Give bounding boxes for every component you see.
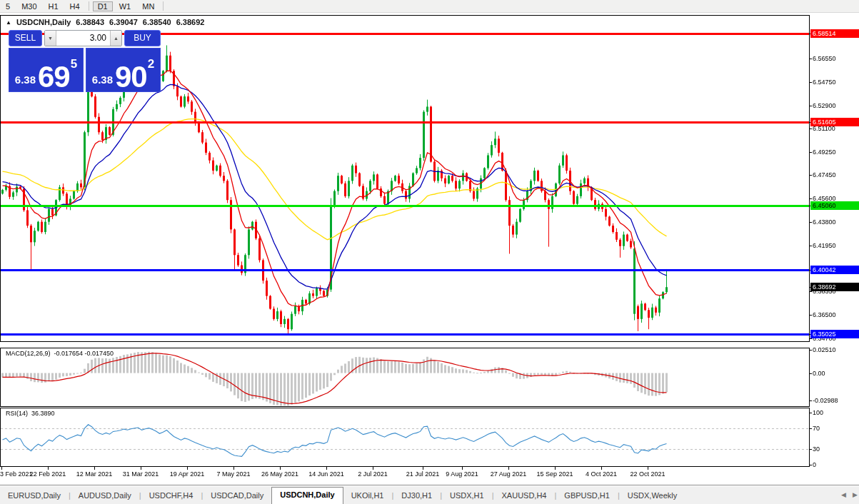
sell-button[interactable]: SELL: [9, 30, 42, 46]
price-level-badge: 6.40042: [810, 266, 859, 274]
buy-price-small: 6.38: [92, 74, 113, 86]
sell-price-small: 6.38: [15, 74, 36, 86]
ohlc-close: 6.38692: [176, 18, 205, 26]
tab-gbpusd-h1[interactable]: GBPUSD,H1: [556, 488, 618, 504]
timeframe-button-mn[interactable]: MN: [137, 1, 159, 11]
price-level-badge: 6.58514: [810, 29, 859, 38]
ohlc-open: 6.38843: [76, 18, 104, 26]
date-tick-label: 19 Apr 2021: [170, 470, 205, 478]
tab-dj30-h1[interactable]: DJ30,H1: [393, 488, 440, 504]
timeframe-button-h1[interactable]: H1: [44, 1, 64, 11]
rsi-tick-label: 100: [813, 409, 823, 416]
price-level-badge: 6.35025: [810, 330, 859, 338]
timeframe-toolbar: 5M30H1H4D1W1MN: [0, 0, 859, 13]
price-level-badge: 6.38692: [810, 283, 859, 291]
price-level-badge: 6.51605: [810, 118, 859, 126]
toolbar-separator: [163, 1, 164, 11]
rsi-name: RSI(14): [6, 410, 28, 417]
sell-price-sup: 5: [71, 57, 77, 71]
ohlc-low: 6.38540: [143, 18, 171, 26]
tabbar-scroll-right-icon[interactable]: ▶: [853, 491, 858, 498]
date-tick-label: 21 Jul 2021: [406, 470, 440, 478]
tab-usdx-h1[interactable]: USDX,H1: [442, 488, 492, 504]
volume-stepper: ▼ 3.00 ▲: [44, 30, 122, 46]
tab-audusd-daily[interactable]: AUDUSD,Daily: [71, 488, 139, 504]
tab-usdx-weekly[interactable]: USDX,Weekly: [620, 488, 685, 504]
macd-tick-label: 0.02510: [813, 346, 836, 353]
volume-increase-icon[interactable]: ▲: [110, 31, 121, 46]
date-tick-label: 15 Sep 2021: [536, 470, 573, 478]
macd-tick-label: 0.00: [813, 370, 825, 377]
sell-price-big: 69: [38, 63, 70, 91]
symbol-tabbar: ◀ ▶ EURUSD,Daily|AUDUSD,Daily|USDCHF,H4|…: [0, 485, 859, 504]
timeframe-button-d1[interactable]: D1: [93, 1, 113, 11]
macd-tick-label: -0.02988: [813, 397, 838, 404]
price-tick-label: 6.54750: [813, 79, 836, 86]
rsi-value: 36.3890: [31, 410, 55, 417]
price-tick-label: 6.43800: [813, 218, 836, 226]
rsi-tick-label: 70: [813, 425, 820, 432]
buy-price-tile[interactable]: 6.38 90 2: [86, 48, 161, 92]
timeframe-button-w1[interactable]: W1: [114, 1, 136, 11]
price-tick-label: 6.47450: [813, 171, 836, 178]
tabbar-scroll-left-icon[interactable]: ◀: [841, 491, 846, 498]
one-click-trade-panel: SELL ▼ 3.00 ▲ BUY 6.38 69 5 6.38 90 2: [9, 30, 161, 94]
timeframe-button-m30[interactable]: M30: [16, 1, 41, 11]
date-tick-label: 7 May 2021: [216, 470, 250, 478]
sell-price-tile[interactable]: 6.38 69 5: [9, 48, 84, 92]
buy-price-big: 90: [115, 63, 147, 91]
date-tick-label: 22 Oct 2021: [630, 470, 665, 478]
rsi-label: RSI(14) 36.3890: [6, 410, 55, 417]
date-tick-label: 9 Aug 2021: [446, 470, 478, 478]
date-tick-label: 3 Feb 2021: [0, 470, 33, 478]
timeframe-button-h4[interactable]: H4: [65, 1, 85, 11]
toolbar-separator: [89, 1, 89, 11]
date-tick-label: 31 Mar 2021: [123, 470, 159, 478]
tab-usdcnh-daily[interactable]: USDCNH,Daily: [271, 487, 343, 504]
date-tick-label: 22 Feb 2021: [30, 470, 66, 478]
date-tick-label: 14 Jun 2021: [308, 470, 344, 478]
tab-eurusd-daily[interactable]: EURUSD,Daily: [0, 488, 69, 504]
price-tick-label: 6.49250: [813, 148, 836, 156]
trading-platform-window: 5M30H1H4D1W1MN ▲ USDCNH,Daily 6.38843 6.…: [0, 0, 859, 504]
tab-ukoil-h1[interactable]: UKOil,H1: [343, 488, 392, 504]
date-tick-label: 26 May 2021: [261, 470, 298, 478]
tab-usdcad-daily[interactable]: USDCAD,Daily: [203, 488, 271, 504]
rsi-tick-label: 30: [813, 445, 820, 453]
date-tick-label: 4 Oct 2021: [586, 470, 617, 478]
price-level-badge: 6.45060: [810, 201, 859, 210]
date-tick-label: 27 Aug 2021: [491, 470, 527, 478]
buy-price-sup: 2: [148, 57, 154, 71]
date-tick-label: 12 Mar 2021: [76, 470, 113, 478]
tab-xauusd-h4[interactable]: XAUUSD,H4: [494, 488, 555, 504]
timeframe-button-5[interactable]: 5: [1, 1, 15, 11]
price-tick-label: 6.52900: [813, 102, 836, 109]
chart-title: ▲ USDCNH,Daily 6.38843 6.39047 6.38540 6…: [6, 18, 204, 26]
tab-usdchf-h4[interactable]: USDCHF,H4: [141, 488, 201, 504]
chart-symbol-label: USDCNH,Daily: [16, 18, 71, 26]
price-tick-label: 6.36500: [813, 311, 836, 318]
price-tick-label: 6.56550: [813, 55, 836, 62]
collapse-icon[interactable]: ▲: [6, 19, 11, 26]
price-tick-label: 6.41950: [813, 242, 836, 249]
volume-decrease-icon[interactable]: ▼: [45, 31, 56, 46]
ohlc-high: 6.39047: [109, 18, 138, 26]
rsi-tick-label: 0: [813, 461, 816, 468]
date-tick-label: 2 Jul 2021: [358, 470, 388, 478]
buy-button[interactable]: BUY: [124, 30, 161, 46]
macd-name: MACD(12,26,9): [6, 350, 51, 357]
volume-input[interactable]: 3.00: [56, 31, 110, 46]
macd-values: -0.017654 -0.017450: [54, 350, 114, 357]
macd-label: MACD(12,26,9) -0.017654 -0.017450: [6, 350, 114, 357]
